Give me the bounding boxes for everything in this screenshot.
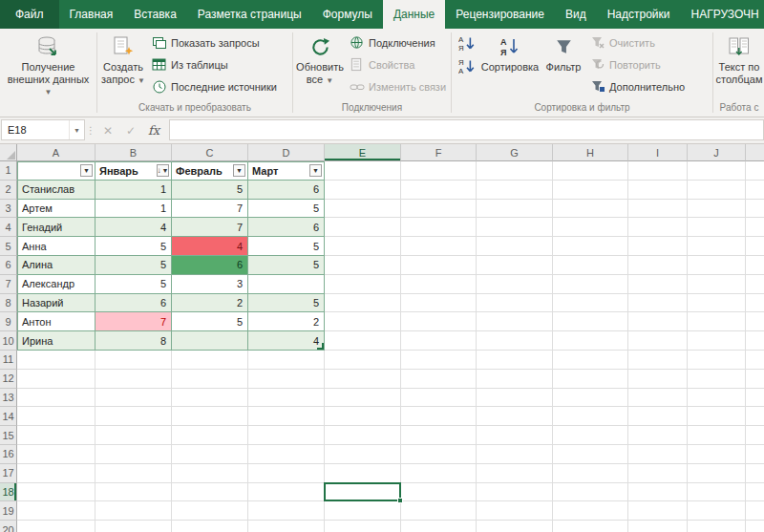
cell-G2[interactable] (477, 181, 553, 200)
cell-J20[interactable] (688, 521, 746, 532)
cell-H12[interactable] (553, 370, 628, 389)
cell-I14[interactable] (628, 407, 688, 426)
cell-K2[interactable] (746, 181, 764, 200)
cell-C17[interactable] (172, 464, 248, 483)
row-header-20[interactable]: 20 (0, 521, 17, 532)
cell-C18[interactable] (172, 483, 248, 502)
cell-J17[interactable] (688, 464, 746, 483)
row-header-12[interactable]: 12 (0, 370, 17, 389)
cell-E2[interactable] (325, 181, 401, 200)
cell-B4[interactable]: 4 (96, 218, 172, 237)
cell-B3[interactable]: 1 (96, 200, 172, 219)
cell-C1[interactable]: Февраль▼ (172, 161, 248, 181)
cell-C15[interactable] (172, 426, 248, 445)
row-header-2[interactable]: 2 (0, 181, 17, 200)
cell-D14[interactable] (248, 407, 325, 426)
cell-A15[interactable] (17, 426, 96, 445)
new-query-button[interactable]: Создать запрос ▼ (98, 31, 148, 99)
tab-view[interactable]: Вид (555, 0, 597, 29)
cell-J6[interactable] (688, 256, 746, 275)
cell-D10[interactable]: 4 (248, 331, 325, 351)
cell-K7[interactable] (746, 275, 764, 294)
row-header-11[interactable]: 11 (0, 351, 17, 370)
cell-J18[interactable] (688, 483, 746, 502)
tab-formulas[interactable]: Формулы (312, 0, 383, 29)
cell-E1[interactable] (325, 161, 401, 181)
cell-G4[interactable] (477, 218, 553, 237)
cell-G18[interactable] (477, 483, 553, 502)
cell-J19[interactable] (688, 501, 746, 521)
column-header-D[interactable]: D (248, 144, 325, 161)
cell-F11[interactable] (401, 351, 477, 370)
cell-I10[interactable] (628, 331, 688, 351)
cell-I9[interactable] (628, 312, 688, 331)
cell-E8[interactable] (325, 294, 401, 313)
cell-I7[interactable] (628, 275, 688, 294)
cell-J15[interactable] (688, 426, 746, 445)
cell-K10[interactable] (746, 331, 764, 351)
cell-E3[interactable] (325, 200, 401, 219)
cell-I5[interactable] (628, 237, 688, 256)
from-table-button[interactable]: Из таблицы (148, 53, 280, 75)
cell-E7[interactable] (325, 275, 401, 294)
cell-E19[interactable] (325, 501, 401, 521)
cell-J13[interactable] (688, 389, 746, 408)
cell-K6[interactable] (746, 256, 764, 275)
get-external-data-button[interactable]: Получение внешних данных ▼ (5, 31, 93, 113)
cell-C19[interactable] (172, 501, 248, 521)
cell-K20[interactable] (746, 521, 764, 532)
cell-H2[interactable] (553, 181, 628, 200)
cell-C2[interactable]: 5 (172, 181, 248, 200)
cell-G16[interactable] (477, 445, 553, 464)
cell-B1[interactable]: Январь↓▼ (96, 161, 172, 181)
cell-A1[interactable]: ▼ (17, 161, 96, 181)
row-header-9[interactable]: 9 (0, 312, 17, 331)
cell-J14[interactable] (688, 407, 746, 426)
cell-K8[interactable] (746, 294, 764, 313)
cell-H16[interactable] (553, 445, 628, 464)
cell-G5[interactable] (477, 237, 553, 256)
cell-K11[interactable] (746, 351, 764, 370)
cell-G1[interactable] (477, 161, 553, 181)
cell-D15[interactable] (248, 426, 325, 445)
cell-B14[interactable] (96, 407, 172, 426)
row-header-13[interactable]: 13 (0, 389, 17, 408)
sort-button[interactable]: АЯ Сортировка (479, 31, 541, 99)
cell-D12[interactable] (248, 370, 325, 389)
row-header-7[interactable]: 7 (0, 275, 17, 294)
cell-K18[interactable] (746, 483, 764, 502)
name-box[interactable]: E18 ▼ (1, 119, 85, 140)
cell-A3[interactable]: Артем (17, 200, 96, 219)
cell-H18[interactable] (553, 483, 628, 502)
cell-I8[interactable] (628, 294, 688, 313)
cell-G13[interactable] (477, 389, 553, 408)
refresh-all-button[interactable]: Обновить все ▼ (294, 31, 346, 99)
cell-E16[interactable] (325, 445, 401, 464)
cell-F17[interactable] (401, 464, 477, 483)
column-header-A[interactable]: A (17, 144, 96, 161)
recent-sources-button[interactable]: Последние источники (148, 75, 280, 97)
cell-K9[interactable] (746, 312, 764, 331)
cell-B20[interactable] (96, 521, 172, 532)
cell-G3[interactable] (477, 200, 553, 219)
cell-F19[interactable] (401, 501, 477, 521)
show-queries-button[interactable]: Показать запросы (148, 32, 280, 53)
cell-F10[interactable] (401, 331, 477, 351)
cell-K13[interactable] (746, 389, 764, 408)
cell-E14[interactable] (325, 407, 401, 426)
cell-G11[interactable] (477, 351, 553, 370)
cell-D19[interactable] (248, 501, 325, 521)
cell-A13[interactable] (17, 389, 96, 408)
cell-I11[interactable] (628, 351, 688, 370)
cell-G9[interactable] (477, 312, 553, 331)
row-header-15[interactable]: 15 (0, 426, 17, 445)
cell-K16[interactable] (746, 445, 764, 464)
cell-E17[interactable] (325, 464, 401, 483)
cell-D16[interactable] (248, 445, 325, 464)
cell-J2[interactable] (688, 181, 746, 200)
cell-A2[interactable]: Станислав (17, 181, 96, 200)
column-header-B[interactable]: B (96, 144, 172, 161)
cell-J9[interactable] (688, 312, 746, 331)
cell-K19[interactable] (746, 501, 764, 521)
row-header-19[interactable]: 19 (0, 501, 17, 521)
